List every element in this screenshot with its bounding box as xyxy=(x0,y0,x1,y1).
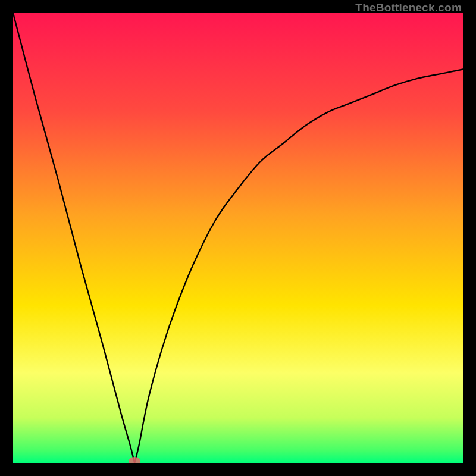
bottleneck-chart xyxy=(13,13,463,463)
watermark-label: TheBottleneck.com xyxy=(355,1,462,14)
gradient-background xyxy=(13,13,463,463)
chart-frame xyxy=(13,13,463,463)
